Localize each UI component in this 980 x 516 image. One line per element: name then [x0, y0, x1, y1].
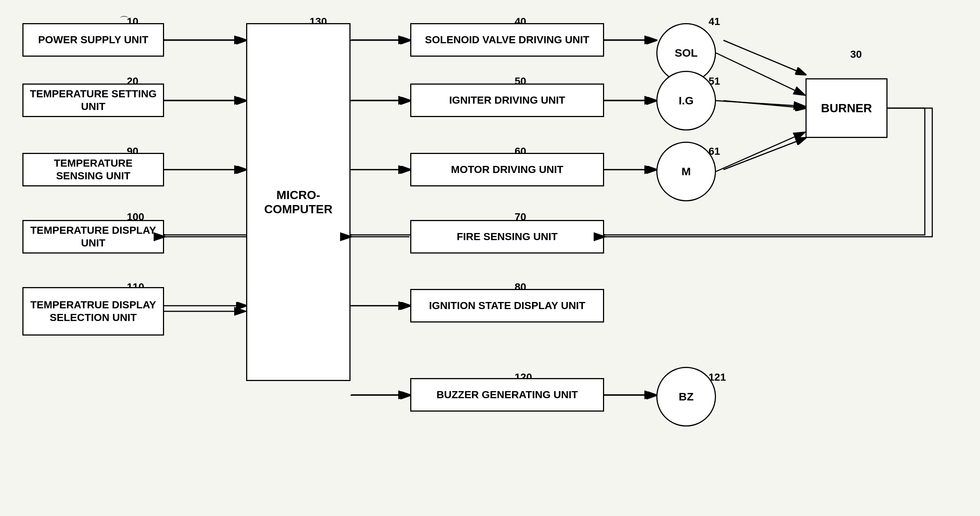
label-41: 41 [708, 16, 720, 28]
microcomputer-block: MICRO- COMPUTER [246, 23, 350, 381]
buzzer-block: BUZZER GENERATING UNIT [410, 378, 604, 411]
label-30: 30 [850, 48, 862, 60]
svg-line-38 [716, 101, 805, 106]
svg-line-17 [724, 40, 805, 75]
igniter-block: IGNITER DRIVING UNIT [410, 84, 604, 117]
arrows-overlay [0, 0, 980, 516]
temp-display-sel-block: TEMPERATRUE DISPLAY SELECTION UNIT [22, 287, 164, 335]
burner-block: BURNER [805, 78, 888, 138]
svg-line-37 [716, 53, 805, 95]
ig-circle: I.G [656, 71, 716, 130]
diagram: 10 ⌒ 20 90 100 110 130 40 50 60 70 80 12… [0, 0, 980, 516]
fire-sensing-block: FIRE SENSING UNIT [410, 220, 604, 254]
motor-block: MOTOR DRIVING UNIT [410, 153, 604, 186]
temp-display-block: TEMPERATURE DISPLAY UNIT [22, 220, 164, 254]
temp-setting-block: TEMPERATURE SETTING UNIT [22, 84, 164, 117]
temp-sensing-block: TEMPERATURE SENSING UNIT [22, 153, 164, 186]
power-supply-block: POWER SUPPLY UNIT [22, 23, 164, 57]
svg-line-18 [724, 101, 805, 108]
bz-circle: BZ [656, 367, 716, 427]
solenoid-block: SOLENOID VALVE DRIVING UNIT [410, 23, 604, 57]
ignition-state-block: IGNITION STATE DISPLAY UNIT [410, 289, 604, 322]
svg-line-19 [724, 138, 805, 170]
diagram-arrows [0, 0, 980, 516]
svg-line-39 [716, 132, 805, 171]
m-circle: M [656, 142, 716, 201]
